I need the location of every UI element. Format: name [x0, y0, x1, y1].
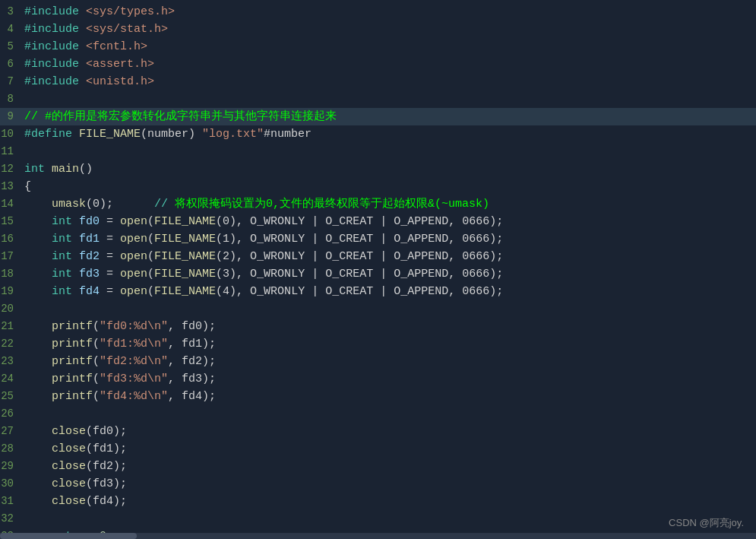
token: , fd3);: [168, 373, 216, 385]
token: , fd1);: [168, 338, 216, 350]
token: [24, 250, 52, 263]
line-number: 22: [0, 335, 24, 353]
line-content: close(fd4);: [24, 493, 756, 510]
code-line: 26: [0, 405, 756, 423]
token: (: [147, 285, 154, 298]
code-line: 25 printf("fd4:%d\n", fd4);: [0, 388, 756, 405]
code-line: 27 close(fd0);: [0, 423, 756, 440]
code-line: 12int main(): [0, 160, 756, 178]
token: FILE_NAME: [154, 250, 216, 263]
token: [24, 495, 52, 508]
line-number: 10: [0, 125, 24, 143]
token: #include: [24, 40, 86, 53]
line-content: printf("fd0:%d\n", fd0);: [24, 318, 756, 335]
code-line: 6#include <assert.h>: [0, 55, 756, 73]
line-number: 30: [0, 475, 24, 493]
token: <sys/stat.h>: [86, 23, 168, 36]
line-number: 7: [0, 73, 24, 90]
line-content: [24, 143, 756, 160]
token: =: [100, 215, 120, 228]
line-number: 27: [0, 423, 24, 440]
token: (4), O_WRONLY | O_CREAT | O_APPEND, 0666…: [216, 285, 503, 298]
token: =: [100, 285, 120, 298]
token: //: [113, 198, 175, 211]
code-line: 7#include <unistd.h>: [0, 73, 756, 90]
token: fd3: [79, 268, 100, 281]
token: "fd2:%d\n": [100, 355, 168, 368]
line-content: int fd1 = open(FILE_NAME(1), O_WRONLY | …: [24, 230, 756, 248]
line-content: printf("fd2:%d\n", fd2);: [24, 353, 756, 370]
token: (fd3);: [86, 477, 127, 490]
line-number: 4: [0, 21, 24, 38]
line-number: 15: [0, 213, 24, 230]
line-number: 5: [0, 38, 24, 55]
token: printf: [52, 373, 93, 385]
token: [24, 233, 52, 246]
line-number: 20: [0, 300, 24, 318]
token: <fcntl.h>: [86, 40, 147, 53]
token: #define: [24, 128, 79, 141]
token: =: [100, 250, 120, 263]
line-number: 29: [0, 458, 24, 475]
code-line: 3#include <sys/types.h>: [0, 3, 756, 21]
scrollbar-thumb[interactable]: [0, 533, 137, 539]
code-line: 32: [0, 510, 756, 528]
token: open: [120, 250, 147, 263]
line-content: #define FILE_NAME(number) "log.txt"#numb…: [24, 125, 756, 143]
line-content: close(fd1);: [24, 440, 756, 458]
token: fd1: [79, 233, 100, 246]
line-content: #include <fcntl.h>: [24, 38, 756, 55]
token: "fd1:%d\n": [100, 338, 168, 350]
token: close: [52, 460, 86, 473]
token: main: [52, 163, 79, 176]
token: (2), O_WRONLY | O_CREAT | O_APPEND, 0666…: [216, 250, 503, 263]
token: printf: [52, 338, 93, 350]
horizontal-scrollbar[interactable]: [0, 533, 756, 539]
line-number: 18: [0, 265, 24, 283]
token: printf: [52, 390, 93, 403]
token: [24, 215, 52, 228]
token: close: [52, 477, 86, 490]
token: [24, 268, 52, 281]
token: <assert.h>: [86, 58, 154, 71]
token: {: [24, 180, 31, 193]
line-content: printf("fd4:%d\n", fd4);: [24, 388, 756, 405]
token: (0);: [86, 198, 113, 211]
line-content: // #的作用是将宏参数转化成字符串并与其他字符串连接起来: [24, 108, 756, 125]
token: (: [147, 268, 154, 281]
token: int: [52, 250, 79, 263]
token: (: [93, 338, 100, 350]
token: (fd0);: [86, 425, 127, 438]
token: (: [147, 215, 154, 228]
token: [24, 477, 52, 490]
token: [24, 338, 52, 350]
line-number: 14: [0, 195, 24, 213]
line-content: umask(0); // 将权限掩码设置为0,文件的最终权限等于起始权限&(~u…: [24, 195, 756, 213]
token: (: [93, 373, 100, 385]
token: open: [120, 285, 147, 298]
line-number: 3: [0, 3, 24, 21]
line-number: 25: [0, 388, 24, 405]
line-number: 28: [0, 440, 24, 458]
code-editor: 3#include <sys/types.h>4#include <sys/st…: [0, 0, 756, 539]
token: open: [120, 215, 147, 228]
token: (: [93, 320, 100, 333]
line-content: #include <assert.h>: [24, 55, 756, 73]
line-number: 12: [0, 160, 24, 178]
token: =: [100, 268, 120, 281]
code-line: 19 int fd4 = open(FILE_NAME(4), O_WRONLY…: [0, 283, 756, 300]
token: <unistd.h>: [86, 75, 154, 88]
line-content: #include <unistd.h>: [24, 73, 756, 90]
token: int: [52, 215, 79, 228]
token: (1), O_WRONLY | O_CREAT | O_APPEND, 0666…: [216, 233, 503, 246]
line-number: 17: [0, 248, 24, 265]
token: (3), O_WRONLY | O_CREAT | O_APPEND, 0666…: [216, 268, 503, 281]
code-line: 18 int fd3 = open(FILE_NAME(3), O_WRONLY…: [0, 265, 756, 283]
line-number: 24: [0, 370, 24, 388]
code-line: 9// #的作用是将宏参数转化成字符串并与其他字符串连接起来: [0, 108, 756, 125]
line-content: int fd0 = open(FILE_NAME(0), O_WRONLY | …: [24, 213, 756, 230]
token: int: [24, 163, 52, 176]
token: (0), O_WRONLY | O_CREAT | O_APPEND, 0666…: [216, 215, 503, 228]
token: (: [147, 233, 154, 246]
token: [24, 425, 52, 438]
